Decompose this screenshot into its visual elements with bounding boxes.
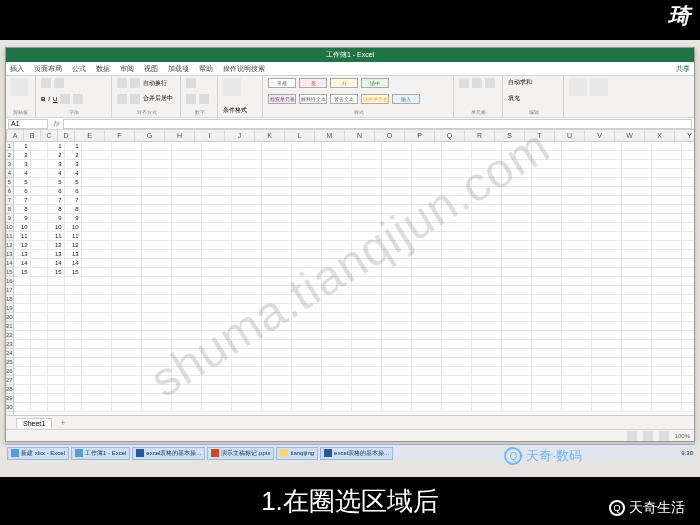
cell[interactable]: [172, 331, 202, 340]
cell[interactable]: 4: [14, 169, 31, 178]
cell[interactable]: [322, 286, 352, 295]
style-explain[interactable]: 解释性文本: [299, 94, 327, 104]
cell[interactable]: [14, 331, 31, 340]
cell[interactable]: 6: [48, 187, 65, 196]
cell[interactable]: [112, 259, 142, 268]
cell[interactable]: [652, 250, 682, 259]
cell[interactable]: [142, 358, 172, 367]
cell[interactable]: [382, 178, 412, 187]
cell[interactable]: [652, 178, 682, 187]
cell[interactable]: [562, 313, 592, 322]
cell[interactable]: [502, 313, 532, 322]
cell[interactable]: [322, 259, 352, 268]
cell[interactable]: [322, 295, 352, 304]
zoom-level[interactable]: 100%: [675, 433, 690, 439]
percent-icon[interactable]: [186, 94, 196, 104]
cell[interactable]: [592, 313, 622, 322]
cell[interactable]: [622, 151, 652, 160]
cell[interactable]: [592, 178, 622, 187]
col-header[interactable]: K: [255, 130, 285, 141]
cell[interactable]: [382, 241, 412, 250]
cell[interactable]: [472, 304, 502, 313]
cell[interactable]: [322, 250, 352, 259]
fill-icon[interactable]: [73, 94, 83, 104]
cell[interactable]: [112, 169, 142, 178]
row-header[interactable]: 1: [6, 142, 13, 151]
cell[interactable]: [262, 286, 292, 295]
cell[interactable]: [622, 394, 652, 403]
cell-area[interactable]: 1112223334445556667778889991010101111111…: [14, 142, 694, 415]
cell[interactable]: [682, 376, 694, 385]
cell[interactable]: [592, 250, 622, 259]
cell[interactable]: [202, 358, 232, 367]
cell[interactable]: [652, 313, 682, 322]
cell[interactable]: [622, 313, 652, 322]
cell[interactable]: [48, 286, 65, 295]
cell[interactable]: [562, 403, 592, 412]
cell[interactable]: [532, 241, 562, 250]
cell[interactable]: [82, 322, 112, 331]
col-header[interactable]: G: [135, 130, 165, 141]
cell[interactable]: [292, 169, 322, 178]
cell[interactable]: 7: [14, 196, 31, 205]
cell[interactable]: [232, 277, 262, 286]
cell[interactable]: [31, 349, 48, 358]
cell[interactable]: [532, 394, 562, 403]
cell[interactable]: [682, 268, 694, 277]
cell[interactable]: [562, 205, 592, 214]
cell[interactable]: [472, 142, 502, 151]
cell[interactable]: [202, 151, 232, 160]
cell[interactable]: [502, 187, 532, 196]
cell[interactable]: [31, 394, 48, 403]
cell[interactable]: [82, 403, 112, 412]
cell[interactable]: [622, 223, 652, 232]
cell[interactable]: [65, 403, 82, 412]
cell[interactable]: [532, 295, 562, 304]
cell[interactable]: 9: [14, 214, 31, 223]
cell[interactable]: [382, 142, 412, 151]
cell[interactable]: [48, 304, 65, 313]
cell[interactable]: [142, 295, 172, 304]
cell[interactable]: [14, 277, 31, 286]
cell[interactable]: [142, 367, 172, 376]
cell[interactable]: [262, 313, 292, 322]
cell[interactable]: [142, 286, 172, 295]
cell[interactable]: [31, 250, 48, 259]
cell[interactable]: [682, 349, 694, 358]
cell[interactable]: 7: [48, 196, 65, 205]
cell[interactable]: [652, 214, 682, 223]
cell[interactable]: [31, 277, 48, 286]
cell[interactable]: [48, 376, 65, 385]
cell[interactable]: 14: [65, 259, 82, 268]
cell[interactable]: [292, 205, 322, 214]
cell[interactable]: [472, 205, 502, 214]
cell[interactable]: [442, 286, 472, 295]
cell[interactable]: [352, 151, 382, 160]
cell[interactable]: [82, 331, 112, 340]
cell[interactable]: [562, 385, 592, 394]
cell[interactable]: [562, 169, 592, 178]
cell[interactable]: [502, 358, 532, 367]
cell[interactable]: [82, 295, 112, 304]
cell[interactable]: [622, 367, 652, 376]
cell[interactable]: [382, 277, 412, 286]
cell[interactable]: [14, 304, 31, 313]
cell[interactable]: [532, 331, 562, 340]
cell[interactable]: [232, 394, 262, 403]
cell[interactable]: 6: [65, 187, 82, 196]
cell[interactable]: [48, 403, 65, 412]
cell[interactable]: [142, 160, 172, 169]
cell[interactable]: [262, 232, 292, 241]
cell[interactable]: 6: [14, 187, 31, 196]
cell[interactable]: [14, 376, 31, 385]
cell[interactable]: [172, 349, 202, 358]
row-header[interactable]: 17: [6, 286, 13, 295]
cell[interactable]: [202, 304, 232, 313]
cell[interactable]: [202, 349, 232, 358]
cell[interactable]: [292, 223, 322, 232]
cell[interactable]: [292, 322, 322, 331]
row-header[interactable]: 14: [6, 259, 13, 268]
cell[interactable]: [682, 403, 694, 412]
cell[interactable]: [352, 304, 382, 313]
cell[interactable]: [82, 187, 112, 196]
